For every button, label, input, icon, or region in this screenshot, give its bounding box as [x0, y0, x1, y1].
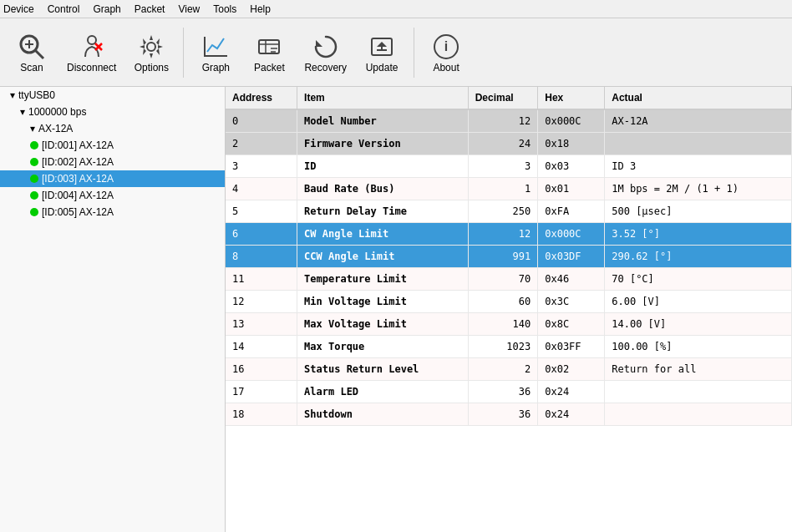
cell-address: 14: [226, 336, 297, 358]
info-icon: i: [431, 32, 461, 62]
svg-rect-10: [259, 40, 279, 53]
update-icon: [367, 32, 397, 62]
table-row[interactable]: 2 Firmware Version 24 0x18: [226, 133, 792, 155]
model-expand: ▾: [30, 123, 35, 134]
ttyusb0-text: ttyUSB0: [18, 89, 55, 101]
cell-decimal: 1: [468, 178, 538, 200]
packet-button[interactable]: Packet: [244, 28, 294, 77]
menu-view[interactable]: View: [178, 3, 200, 15]
disconnect-button[interactable]: Disconnect: [60, 28, 123, 77]
menu-tools[interactable]: Tools: [213, 3, 236, 15]
menu-control[interactable]: Control: [48, 3, 80, 15]
scan-icon: [17, 32, 47, 62]
cell-actual: Return for all: [605, 358, 792, 381]
cell-hex: 0x8C: [538, 313, 605, 336]
gear-icon: [136, 32, 166, 62]
table-row[interactable]: 8 CCW Angle Limit 991 0x03DF 290.62 [°]: [226, 246, 792, 268]
scan-label: Scan: [20, 62, 43, 73]
cell-hex: 0x46: [538, 268, 605, 291]
sidebar-model[interactable]: ▾ AX-12A: [0, 120, 225, 137]
update-button[interactable]: Update: [357, 28, 407, 77]
table-row[interactable]: 13 Max Voltage Limit 140 0x8C 14.00 [V]: [226, 313, 792, 336]
cell-hex: 0x01: [538, 178, 605, 200]
cell-actual: 100.00 [%]: [605, 336, 792, 358]
cell-item: CCW Angle Limit: [297, 246, 469, 268]
col-address: Address: [226, 87, 297, 109]
sidebar-baud[interactable]: ▾ 1000000 bps: [0, 104, 225, 120]
cell-decimal: 70: [468, 268, 538, 291]
toolbar-separator-2: [414, 28, 414, 78]
sidebar-device-1[interactable]: [ID:002] AX-12A: [0, 154, 225, 170]
table-row[interactable]: 16 Status Return Level 2 0x02 Return for…: [226, 358, 792, 381]
toolbar: Scan Disconnect Options: [0, 18, 792, 87]
recovery-button[interactable]: Recovery: [297, 28, 353, 77]
scan-button[interactable]: Scan: [7, 28, 57, 77]
led-indicator: [30, 191, 38, 200]
cell-item: Max Voltage Limit: [297, 313, 469, 336]
table-row[interactable]: 6 CW Angle Limit 12 0x000C 3.52 [°]: [226, 223, 792, 246]
model-text: AX-12A: [38, 123, 73, 134]
cell-decimal: 24: [468, 133, 538, 155]
cell-item: Status Return Level: [297, 358, 469, 381]
cell-address: 11: [226, 268, 297, 291]
cell-item: Firmware Version: [297, 133, 469, 155]
about-button[interactable]: i About: [421, 28, 471, 77]
cell-hex: 0x18: [538, 133, 605, 155]
menu-device[interactable]: Device: [3, 3, 34, 15]
cell-decimal: 12: [468, 223, 538, 246]
cell-address: 4: [226, 178, 297, 200]
options-button[interactable]: Options: [126, 28, 176, 77]
cell-actual: 3.52 [°]: [605, 223, 792, 246]
cell-hex: 0x24: [538, 381, 605, 403]
cell-item: Shutdown: [297, 403, 469, 426]
table-header-row: Address Item Decimal Hex Actual: [226, 87, 792, 109]
baud-expand: ▾: [20, 106, 25, 118]
cell-item: Return Delay Time: [297, 200, 469, 223]
table-row[interactable]: 0 Model Number 12 0x000C AX-12A: [226, 109, 792, 133]
sidebar-device-0[interactable]: [ID:001] AX-12A: [0, 137, 225, 154]
table-row[interactable]: 17 Alarm LED 36 0x24: [226, 381, 792, 403]
cell-hex: 0x03: [538, 155, 605, 178]
sidebar-device-4[interactable]: [ID:005] AX-12A: [0, 204, 225, 220]
table-row[interactable]: 4 Baud Rate (Bus) 1 0x01 1M bps = 2M / (…: [226, 178, 792, 200]
cell-hex: 0x03FF: [538, 336, 605, 358]
svg-rect-8: [204, 55, 227, 57]
cell-item: Temperature Limit: [297, 268, 469, 291]
cell-actual: 500 [μsec]: [605, 200, 792, 223]
cell-decimal: 140: [468, 313, 538, 336]
sidebar-device-3[interactable]: [ID:004] AX-12A: [0, 187, 225, 204]
graph-label: Graph: [202, 62, 230, 73]
graph-button[interactable]: Graph: [190, 28, 241, 77]
toolbar-separator-1: [183, 28, 184, 78]
svg-text:i: i: [444, 39, 448, 53]
about-label: About: [433, 62, 459, 73]
led-indicator: [30, 208, 38, 216]
table-row[interactable]: 3 ID 3 0x03 ID 3: [226, 155, 792, 178]
table-row[interactable]: 18 Shutdown 36 0x24: [226, 403, 792, 426]
main-content: ▾ ttyUSB0 ▾ 1000000 bps ▾ AX-12A [ID:001…: [0, 87, 792, 532]
cell-address: 13: [226, 313, 297, 336]
sidebar-device-2[interactable]: [ID:003] AX-12A: [0, 170, 225, 187]
cell-item: Alarm LED: [297, 381, 469, 403]
svg-point-4: [88, 36, 96, 44]
table-row[interactable]: 12 Min Voltage Limit 60 0x3C 6.00 [V]: [226, 291, 792, 313]
menu-packet[interactable]: Packet: [135, 3, 165, 15]
table-row[interactable]: 11 Temperature Limit 70 0x46 70 [°C]: [226, 268, 792, 291]
sidebar: ▾ ttyUSB0 ▾ 1000000 bps ▾ AX-12A [ID:001…: [0, 87, 226, 532]
sidebar-ttyusb0[interactable]: ▾ ttyUSB0: [0, 87, 225, 104]
col-item: Item: [297, 87, 469, 109]
cell-hex: 0x3C: [538, 291, 605, 313]
cell-decimal: 36: [468, 381, 538, 403]
packet-icon: [254, 32, 284, 62]
menu-graph[interactable]: Graph: [93, 3, 120, 15]
menu-help[interactable]: Help: [250, 3, 271, 15]
graph-icon: [201, 32, 231, 62]
table-row[interactable]: 5 Return Delay Time 250 0xFA 500 [μsec]: [226, 200, 792, 223]
cell-actual: [605, 403, 792, 426]
cell-actual: 290.62 [°]: [605, 246, 792, 268]
cell-actual: [605, 381, 792, 403]
device-label: [ID:004] AX-12A: [42, 190, 114, 201]
cell-decimal: 2: [468, 358, 538, 381]
table-row[interactable]: 14 Max Torque 1023 0x03FF 100.00 [%]: [226, 336, 792, 358]
svg-marker-15: [377, 42, 387, 47]
